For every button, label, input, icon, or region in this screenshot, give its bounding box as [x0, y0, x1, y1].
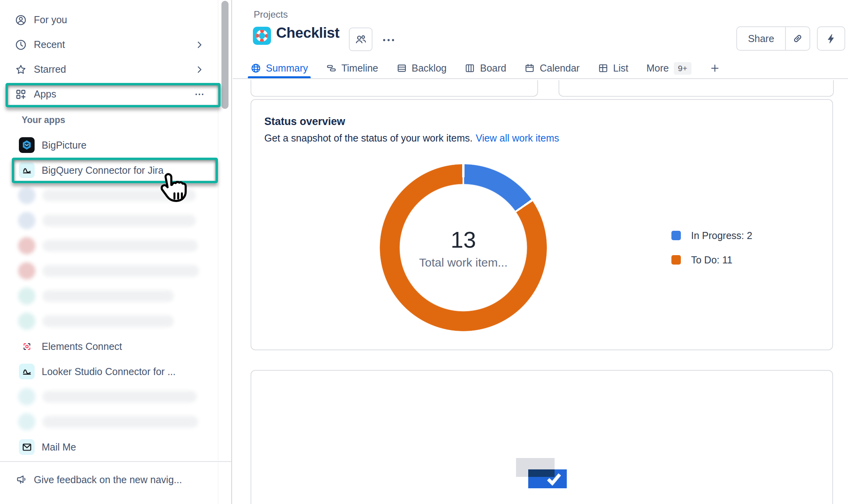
app-row-hidden[interactable] [0, 208, 218, 233]
sidebar-item-label: For you [34, 14, 205, 26]
tab-calendar[interactable]: Calendar [524, 58, 579, 78]
clock-icon [15, 39, 27, 51]
app-label-blurred [42, 240, 198, 252]
tab-label: Board [480, 63, 506, 74]
status-donut-chart[interactable] [380, 164, 547, 331]
plus-icon [710, 63, 720, 74]
sidebar-item-label: Starred [34, 64, 187, 75]
partial-card [559, 80, 834, 97]
check-icon [546, 472, 562, 486]
sidebar-item-recent[interactable]: Recent [0, 32, 218, 57]
sidebar-item-for-you[interactable]: For you [0, 7, 218, 32]
legend-swatch [671, 231, 681, 240]
share-button-group: Share [736, 26, 810, 51]
app-icon-blurred [18, 262, 35, 280]
bolt-icon [826, 33, 837, 44]
view-all-work-items-link[interactable]: View all work items [476, 132, 559, 143]
sidebar-nav: For youRecentStarredApps [0, 7, 218, 107]
app-row-hidden[interactable] [0, 409, 218, 434]
board-icon [465, 63, 475, 74]
backlog-icon [396, 63, 407, 74]
app-row-hidden[interactable] [0, 283, 218, 309]
sidebar-item-apps[interactable]: Apps [0, 82, 218, 107]
star-icon [15, 64, 27, 75]
sidebar-item-looker-studio-connector-for[interactable]: Looker Studio Connector for ... [0, 359, 218, 384]
add-view-button[interactable] [710, 58, 720, 78]
tab-more[interactable]: More9+ [647, 58, 692, 78]
app-label: Looker Studio Connector for ... [42, 366, 175, 377]
project-more-actions-icon[interactable] [382, 33, 396, 47]
apps-more-icon[interactable] [194, 89, 205, 99]
sidebar-item-starred[interactable]: Starred [0, 57, 218, 82]
copy-link-button[interactable] [786, 27, 809, 50]
calendar-icon [524, 63, 535, 74]
app-icon-blurred [18, 413, 35, 430]
tab-label: List [613, 63, 629, 74]
wave-icon [19, 364, 35, 379]
sidebar-item-bigpicture[interactable]: BigPicture [0, 132, 218, 158]
legend-swatch [671, 255, 681, 265]
app-label-blurred [42, 416, 198, 428]
app-icon-blurred [18, 388, 35, 405]
breadcrumb[interactable]: Projects [254, 9, 288, 20]
megaphone-icon [16, 474, 28, 486]
app-row-hidden[interactable] [0, 309, 218, 334]
secondary-card [251, 370, 833, 504]
person-circle-icon [15, 14, 27, 26]
app-icon-blurred [18, 313, 35, 330]
app-label-blurred [42, 215, 196, 226]
card-title: Status overview [264, 116, 345, 128]
sidebar-item-label: Apps [34, 88, 187, 100]
app-icon-blurred [18, 212, 35, 229]
your-apps-label: Your apps [22, 115, 65, 125]
legend-item-in-progress[interactable]: In Progress: 2 [671, 229, 752, 242]
app-label: BigQuery Connector for Jira [42, 165, 164, 176]
app-label: BigPicture [42, 140, 87, 151]
app-icon-blurred [18, 187, 35, 204]
sidebar-item-elements-connect[interactable]: Elements Connect [0, 334, 218, 359]
tab-label: Timeline [341, 63, 378, 74]
app-label-blurred [42, 290, 174, 302]
card-subtitle-text: Get a snapshot of the status of your wor… [264, 132, 472, 143]
app-label: Elements Connect [42, 341, 122, 352]
app-label: Mail Me [42, 441, 76, 453]
share-button[interactable]: Share [737, 27, 785, 50]
status-overview-card: Status overview Get a snapshot of the st… [251, 99, 833, 350]
tab-timeline[interactable]: Timeline [326, 58, 378, 78]
chevron-right-icon [194, 64, 205, 75]
tab-board[interactable]: Board [465, 58, 506, 78]
legend-label: In Progress: 2 [691, 230, 752, 241]
chevron-right-icon [194, 40, 205, 50]
tab-backlog[interactable]: Backlog [396, 58, 447, 78]
tabs-divider [233, 78, 848, 79]
listgrid-icon [598, 63, 608, 74]
sidebar-scrollbar[interactable] [221, 1, 229, 109]
legend-label: To Do: 11 [691, 254, 732, 266]
sidebar-item-mail-me[interactable]: Mail Me [0, 434, 218, 460]
app-row-hidden[interactable] [0, 233, 218, 258]
bigpicture-icon [19, 137, 35, 153]
project-members-button[interactable] [349, 28, 372, 51]
tab-label: More [647, 63, 669, 74]
tab-list[interactable]: List [598, 58, 629, 78]
card-subtitle: Get a snapshot of the status of your wor… [264, 132, 559, 144]
sidebar: For youRecentStarredApps Your apps BigPi… [0, 0, 232, 504]
app-label-blurred [42, 391, 197, 403]
people-icon [354, 33, 367, 46]
feedback-link[interactable]: Give feedback on the new navig... [16, 474, 182, 486]
automation-button[interactable] [817, 26, 845, 51]
page-title: Checklist [276, 25, 339, 41]
hand-cursor-icon [157, 172, 188, 207]
sidebar-item-label: Recent [34, 39, 187, 50]
legend-item-to-do[interactable]: To Do: 11 [671, 254, 752, 266]
lifebuoy-project-avatar-icon [253, 27, 271, 45]
app-label-blurred [42, 265, 199, 277]
tab-label: Summary [266, 63, 308, 74]
sidebar-divider [0, 461, 231, 462]
tab-label: Backlog [412, 63, 447, 74]
tab-summary[interactable]: Summary [251, 58, 308, 78]
link-icon [792, 33, 803, 44]
app-row-hidden[interactable] [0, 258, 218, 283]
view-tabs: SummaryTimelineBacklogBoardCalendarListM… [251, 58, 720, 78]
app-row-hidden[interactable] [0, 384, 218, 409]
